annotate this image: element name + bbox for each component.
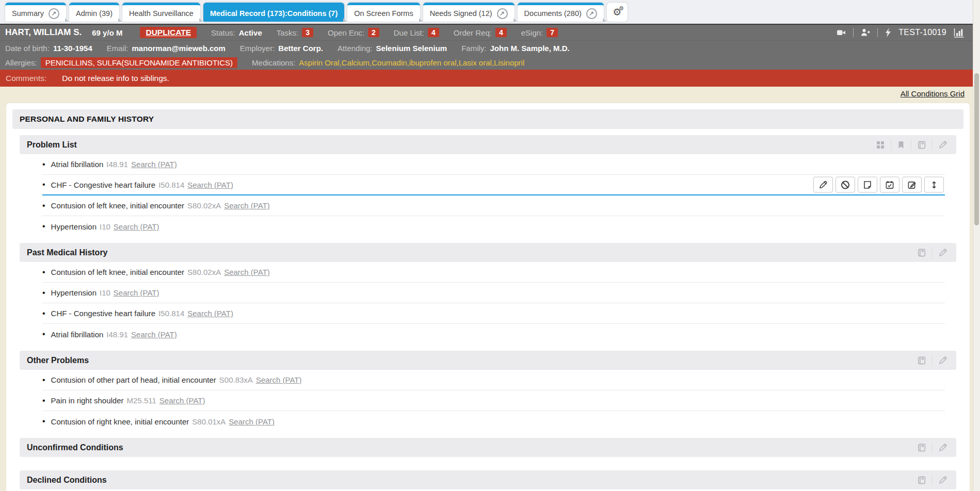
condition-search-link[interactable]: Search (PAT) bbox=[224, 268, 270, 276]
book-button[interactable] bbox=[911, 247, 932, 258]
medication-link[interactable]: Calcium bbox=[342, 58, 372, 67]
condition-name: Pain in right shoulder bbox=[51, 396, 124, 405]
dob-value: 11-30-1954 bbox=[53, 44, 92, 53]
condition-item[interactable]: • Contusion of left knee, initial encoun… bbox=[42, 195, 945, 216]
tab-on-screen-forms-label: On Screen Forms bbox=[354, 9, 413, 18]
attending-group: Attending: Selenium Selenium bbox=[338, 44, 447, 53]
medication-link[interactable]: Coumadin bbox=[372, 58, 409, 67]
medication-link[interactable]: Lisinopril bbox=[494, 58, 524, 67]
condition-search-link[interactable]: Search (PAT) bbox=[187, 181, 233, 189]
condition-item[interactable]: • Pain in right shoulder M25.511 Search … bbox=[42, 390, 945, 411]
condition-code: M25.511 bbox=[127, 396, 156, 405]
bullet-icon: • bbox=[42, 289, 45, 297]
tasks-count-badge[interactable]: 3 bbox=[302, 28, 313, 37]
duplicate-badge[interactable]: DUPLICATE bbox=[140, 27, 197, 38]
bullet-icon: • bbox=[42, 268, 45, 276]
bullet-icon: • bbox=[42, 417, 45, 425]
condition-item[interactable]: • Contusion of other part of head, initi… bbox=[42, 370, 945, 390]
vertical-scrollbar[interactable] bbox=[973, 0, 980, 491]
allergies-label: Allergies: bbox=[5, 58, 37, 67]
condition-search-link[interactable]: Search (PAT) bbox=[229, 417, 275, 426]
medication-link[interactable]: Lasix oral bbox=[459, 58, 494, 67]
condition-name: Contusion of other part of head, initial… bbox=[51, 375, 216, 384]
condition-search-link[interactable]: Search (PAT) bbox=[224, 201, 270, 210]
condition-search-link[interactable]: Search (PAT) bbox=[114, 222, 159, 231]
esign-group: eSign: 7 bbox=[521, 28, 558, 37]
tasks-label: Tasks: bbox=[277, 28, 299, 37]
popout-icon[interactable]: ↗ bbox=[586, 8, 597, 19]
schedule-check-button[interactable] bbox=[880, 177, 899, 193]
condition-code: I48.91 bbox=[106, 330, 128, 339]
bookmark-button[interactable] bbox=[891, 139, 911, 151]
condition-item[interactable]: • CHF - Congestive heart failure I50.814… bbox=[42, 303, 945, 324]
condition-item[interactable]: • CHF - Congestive heart failure I50.814… bbox=[42, 175, 945, 195]
condition-code: S00.83xA bbox=[219, 375, 253, 384]
book-button[interactable] bbox=[911, 442, 932, 453]
open-enc-count-badge[interactable]: 2 bbox=[368, 28, 379, 37]
scrollbar-thumb[interactable] bbox=[974, 73, 979, 225]
condition-code: S80.02xA bbox=[187, 268, 221, 276]
tab-summary[interactable]: Summary ↗ bbox=[5, 3, 66, 22]
status-group: Status: Active bbox=[211, 28, 262, 37]
esign-count-badge[interactable]: 7 bbox=[547, 28, 558, 37]
subsection-title: Declined Conditions bbox=[27, 476, 107, 485]
add-note-button[interactable] bbox=[858, 177, 877, 193]
quick-action-bolt-icon[interactable] bbox=[885, 28, 892, 37]
conditions-panel: PERSONAL AND FAMILY HISTORY Problem List bbox=[6, 103, 970, 491]
condition-search-link[interactable]: Search (PAT) bbox=[131, 160, 177, 169]
tab-medical-record-conditions[interactable]: Medical Record (173):Conditions (7) bbox=[203, 3, 344, 22]
condition-item[interactable]: • Hypertension I10 Search (PAT) bbox=[42, 283, 945, 303]
condition-item[interactable]: • Hypertension I10 Search (PAT) bbox=[42, 216, 945, 237]
add-person-icon[interactable] bbox=[860, 28, 871, 37]
edit-condition-button[interactable] bbox=[813, 177, 833, 193]
condition-item[interactable]: • Atrial fibrillation I48.91 Search (PAT… bbox=[42, 154, 945, 175]
condition-item[interactable]: • Atrial fibrillation I48.91 Search (PAT… bbox=[42, 324, 945, 345]
edit-details-button[interactable] bbox=[902, 177, 922, 193]
subsection-title: Past Medical History bbox=[27, 248, 108, 257]
tab-health-surveillance[interactable]: Health Surveillance bbox=[122, 3, 200, 22]
condition-row-toolbar bbox=[813, 177, 944, 193]
medication-link[interactable]: ibuprofen oral bbox=[409, 58, 459, 67]
subsection-title: Other Problems bbox=[27, 356, 89, 365]
medication-link[interactable]: Aspirin Oral bbox=[299, 58, 342, 67]
condition-code: I10 bbox=[100, 288, 110, 297]
condition-name: CHF - Congestive heart failure bbox=[51, 181, 156, 189]
condition-search-link[interactable]: Search (PAT) bbox=[114, 288, 159, 297]
all-conditions-grid-link[interactable]: All Conditions Grid bbox=[901, 89, 965, 98]
book-button[interactable] bbox=[911, 474, 932, 486]
tab-documents[interactable]: Documents (280) ↗ bbox=[518, 3, 604, 22]
edit-pencil-button[interactable] bbox=[932, 247, 953, 258]
subsection-unconfirmed-conditions: Unconfirmed Conditions bbox=[20, 438, 956, 457]
edit-pencil-button[interactable] bbox=[932, 355, 953, 366]
order-req-count-badge[interactable]: 4 bbox=[495, 28, 507, 37]
chart-tab-bar: Summary ↗ Admin (39) Health Surveillance… bbox=[0, 0, 980, 24]
allergy-badge[interactable]: PENICILLINS, SULFA(SULFONAMIDE ANTIBIOTI… bbox=[41, 57, 237, 68]
condition-search-link[interactable]: Search (PAT) bbox=[131, 330, 177, 339]
bullet-icon: • bbox=[42, 397, 45, 405]
edit-pencil-button[interactable] bbox=[932, 474, 953, 486]
condition-item[interactable]: • Contusion of right knee, initial encou… bbox=[42, 411, 945, 432]
chart-stats-icon[interactable] bbox=[953, 28, 965, 38]
popout-icon[interactable]: ↗ bbox=[49, 8, 59, 19]
condition-search-link[interactable]: Search (PAT) bbox=[187, 309, 233, 318]
bullet-icon: • bbox=[42, 202, 45, 210]
edit-pencil-button[interactable] bbox=[932, 442, 953, 453]
tab-needs-signed[interactable]: Needs Signed (12) ↗ bbox=[423, 3, 515, 22]
settings-button[interactable]: ⚙ ⚙ bbox=[607, 3, 628, 22]
due-list-count-badge[interactable]: 4 bbox=[428, 28, 439, 37]
condition-search-link[interactable]: Search (PAT) bbox=[159, 396, 205, 405]
book-button[interactable] bbox=[911, 139, 932, 151]
condition-search-link[interactable]: Search (PAT) bbox=[256, 375, 302, 384]
condition-item[interactable]: • Contusion of left knee, initial encoun… bbox=[42, 262, 945, 283]
condition-code: I50.814 bbox=[158, 181, 184, 189]
edit-pencil-button[interactable] bbox=[932, 139, 953, 151]
video-visit-icon[interactable] bbox=[836, 28, 846, 37]
deactivate-condition-button[interactable] bbox=[836, 177, 855, 193]
tab-on-screen-forms[interactable]: On Screen Forms bbox=[347, 3, 420, 22]
reorder-condition-button[interactable] bbox=[924, 177, 944, 193]
condition-name: Atrial fibrillation bbox=[51, 330, 104, 339]
tab-admin[interactable]: Admin (39) bbox=[69, 3, 119, 22]
grid-view-button[interactable] bbox=[870, 139, 891, 151]
book-button[interactable] bbox=[911, 355, 932, 366]
popout-icon[interactable]: ↗ bbox=[497, 8, 508, 19]
